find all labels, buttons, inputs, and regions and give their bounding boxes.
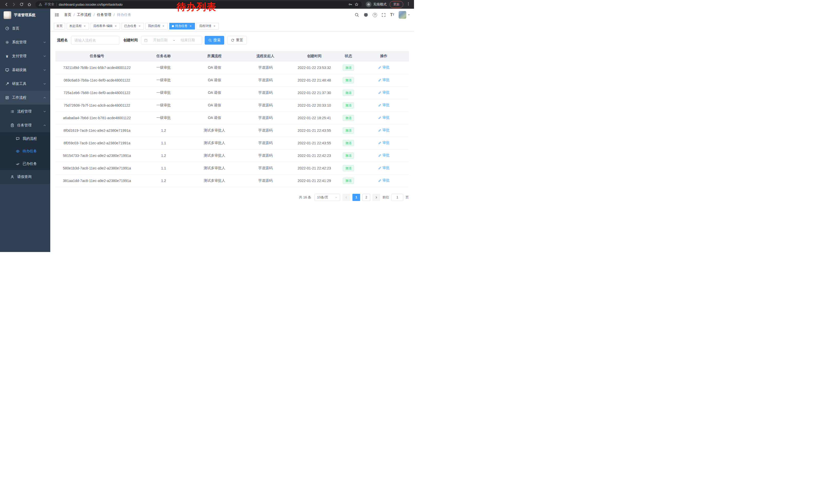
breadcrumb-item[interactable]: 工作流程 <box>77 12 91 17</box>
sidebar-item-done-task[interactable]: 已办任务 <box>0 157 50 170</box>
approve-link[interactable]: 审批 <box>378 128 389 133</box>
goto-label: 前往 <box>382 195 389 200</box>
update-button[interactable]: 更新 <box>389 1 403 8</box>
sidebar-item-devtools[interactable]: 研发工具 <box>0 77 50 91</box>
tab-close-icon[interactable]: × <box>138 25 141 28</box>
font-size-icon[interactable]: TT <box>390 13 394 17</box>
sidebar-item-infrastructure[interactable]: 基础设施 <box>0 63 50 77</box>
date-range-picker[interactable]: 开始日期 - 结束日期 <box>141 36 202 45</box>
approve-link[interactable]: 审批 <box>378 90 389 95</box>
page-number-1[interactable]: 1 <box>353 194 360 201</box>
address-bar[interactable]: 不安全 dashboard.yudao.iocoder.cn/bpm/task/… <box>35 1 362 8</box>
status-badge: 激活 <box>343 115 354 121</box>
table-cell: OA 请假 <box>189 111 240 124</box>
gear-icon <box>5 40 9 44</box>
search-button[interactable]: 搜索 <box>205 36 224 45</box>
table-cell: 381aa1dd-7ac8-11ec-a9e2-a2380e71991a <box>55 174 138 187</box>
sidebar-item-todo-task[interactable]: 待办任务 <box>0 145 50 157</box>
table-cell: 芋道源码 <box>240 124 291 137</box>
tab-item[interactable]: 已办任务× <box>122 23 144 30</box>
tab-item[interactable]: 待办任务× <box>169 23 195 30</box>
wrench-icon <box>5 82 9 86</box>
tab-item[interactable]: 发起流程× <box>67 23 89 30</box>
chevron-down-icon <box>43 110 46 113</box>
status-badge: 激活 <box>343 152 354 159</box>
tab-item[interactable]: 流程表单-编辑× <box>90 23 120 30</box>
goto-page-input[interactable] <box>391 194 403 201</box>
tab-item[interactable]: 首页 <box>54 23 65 30</box>
eye-icon <box>15 149 20 153</box>
app-logo[interactable]: 芋道管理系统 <box>0 9 50 21</box>
github-icon[interactable] <box>364 12 368 17</box>
chevron-up-icon <box>43 96 46 99</box>
fullscreen-icon[interactable] <box>381 13 386 17</box>
approve-link[interactable]: 审批 <box>378 116 389 120</box>
approve-link[interactable]: 审批 <box>378 103 389 107</box>
search-icon[interactable] <box>355 12 359 17</box>
help-icon[interactable]: ? <box>373 13 377 17</box>
table-body: 73211d9d-7b9b-11ec-b5b7-acde48001122一级审批… <box>55 61 409 187</box>
todo-task-table: 任务编号任务名称所属流程流程发起人创建时间状态操作 73211d9d-7b9b-… <box>55 51 409 187</box>
total-count: 共 16 条 <box>299 195 311 200</box>
sidebar-item-label: 工作流程 <box>12 95 27 100</box>
table-cell: 测试多审批人 <box>189 124 240 137</box>
chat-bubble-icon <box>15 137 20 141</box>
tab-close-icon[interactable]: × <box>83 25 86 28</box>
approve-link[interactable]: 审批 <box>378 78 389 82</box>
tab-close-icon[interactable]: × <box>189 25 192 28</box>
sidebar-item-home[interactable]: 首页 <box>0 21 50 35</box>
table-cell: 58154733-7ac8-11ec-a9e2-a2380e71991a <box>55 149 138 162</box>
password-key-icon[interactable] <box>348 2 353 6</box>
tab-close-icon[interactable]: × <box>213 25 216 28</box>
approve-link[interactable]: 审批 <box>378 65 389 70</box>
sidebar-item-payment[interactable]: ¥ 支付管理 <box>0 49 50 63</box>
bookmark-star-icon[interactable] <box>355 2 359 6</box>
table-cell: 1.1 <box>138 162 189 174</box>
sidebar-item-leave-query[interactable]: 请假查询 <box>0 170 50 184</box>
tab-close-icon[interactable]: × <box>114 25 118 28</box>
breadcrumb-item[interactable]: 任务管理 <box>97 12 111 17</box>
back-icon[interactable] <box>3 1 10 8</box>
sidebar-item-system[interactable]: 系统管理 <box>0 35 50 49</box>
tab-item[interactable]: 流程详情× <box>197 23 219 30</box>
breadcrumb-item[interactable]: 首页 <box>64 12 71 17</box>
approve-link[interactable]: 审批 <box>378 140 389 145</box>
tab-close-icon[interactable]: × <box>162 25 165 28</box>
user-avatar[interactable] <box>399 11 410 19</box>
menu-kebab-icon[interactable] <box>405 2 411 7</box>
home-icon[interactable] <box>26 1 33 8</box>
chevron-down-icon <box>43 68 46 72</box>
column-header: 操作 <box>359 51 409 61</box>
next-page-button[interactable] <box>372 194 380 201</box>
sidebar-item-workflow[interactable]: 工作流程 <box>0 91 50 104</box>
table-row: a6aba0a4-7b6d-11ec-b781-acde48001122一级审批… <box>55 111 409 124</box>
sidebar-item-label: 基础设施 <box>12 68 27 72</box>
status-badge: 激活 <box>343 127 354 134</box>
table-cell: 2022-01-21 22:42:23 <box>290 162 338 174</box>
forward-icon[interactable] <box>10 1 17 8</box>
tab-item[interactable]: 我的流程× <box>146 23 168 30</box>
approve-link[interactable]: 审批 <box>378 166 389 170</box>
sidebar-item-task-mgmt[interactable]: 任务管理 <box>0 119 50 132</box>
calendar-icon <box>144 39 148 42</box>
sidebar-item-process-mgmt[interactable]: 流程管理 <box>0 104 50 119</box>
approve-link[interactable]: 审批 <box>378 153 389 158</box>
table-cell: 069c6a63-7b8a-11ec-8ef0-acde48001122 <box>55 74 138 86</box>
approve-link[interactable]: 审批 <box>378 178 389 183</box>
table-cell: OA 请假 <box>189 74 240 86</box>
sidebar-fold-icon[interactable] <box>54 12 59 17</box>
sidebar-item-my-process[interactable]: 我的流程 <box>0 132 50 145</box>
sidebar-item-label: 请假查询 <box>17 175 32 179</box>
workflow-submenu: 流程管理 任务管理 <box>0 104 50 184</box>
reload-icon[interactable] <box>18 1 25 8</box>
reset-button[interactable]: 重置 <box>227 36 247 45</box>
omnibox-divider <box>56 3 57 6</box>
table-cell: 580e1b3d-7ac8-11ec-a9e2-a2380e71991a <box>55 162 138 174</box>
prev-page-button[interactable] <box>342 194 350 201</box>
process-name-input[interactable] <box>71 36 119 45</box>
page-size-select[interactable]: 10条/页 <box>315 194 340 201</box>
table-cell: 芋道源码 <box>240 111 291 124</box>
end-date-placeholder: 结束日期 <box>176 38 199 43</box>
table-cell: 一级审批 <box>138 111 189 124</box>
page-number-2[interactable]: 2 <box>363 194 370 201</box>
